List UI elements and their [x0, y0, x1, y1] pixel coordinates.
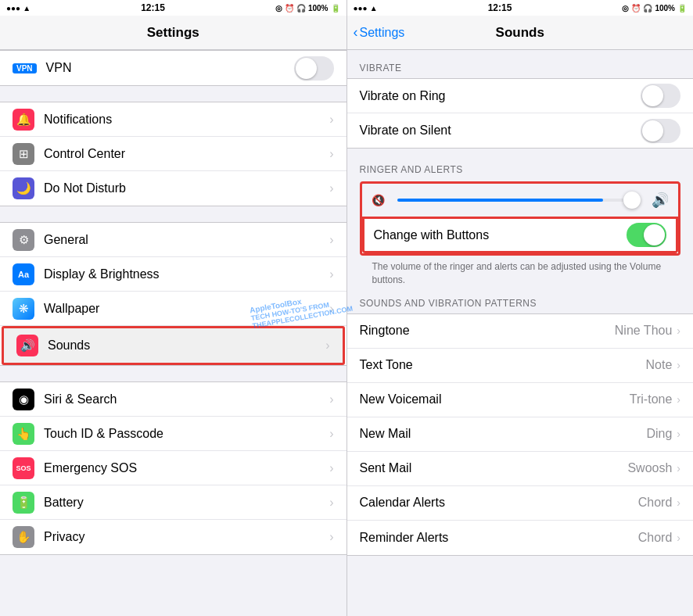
vpn-label: VPN [46, 61, 294, 75]
vibrate-ring-toggle[interactable] [641, 84, 680, 108]
calendar-alerts-chevron: › [677, 496, 680, 509]
right-wifi-icon: ▲ [370, 4, 378, 13]
sidebar-item-general[interactable]: ⚙ General › [0, 223, 346, 257]
left-status-icons: ●●● ▲ [6, 4, 31, 13]
right-panel: ●●● ▲ 12:15 ◎ ⏰ 🎧 100% 🔋 ‹ Settings Soun… [347, 0, 694, 616]
sidebar-item-wallpaper[interactable]: ❋ Wallpaper › [0, 292, 346, 326]
touch-id-icon: 👆 [13, 423, 34, 445]
wallpaper-icon: ❋ [13, 298, 34, 320]
ringtone-row[interactable]: Ringtone Nine Thou › [347, 314, 694, 349]
right-battery-icon: 🔋 [677, 4, 687, 13]
privacy-icon: ✋ [13, 526, 34, 548]
sidebar-item-emergency-sos[interactable]: SOS Emergency SOS › [0, 451, 346, 485]
control-center-chevron: › [329, 147, 333, 161]
siri-chevron: › [329, 392, 333, 406]
wallpaper-chevron: › [329, 302, 333, 316]
right-signal-icon: ●●● [354, 4, 368, 13]
text-tone-chevron: › [677, 359, 680, 371]
battery-chevron: › [329, 496, 333, 510]
display-chevron: › [329, 267, 333, 281]
vibrate-silent-toggle[interactable] [641, 119, 680, 143]
sent-mail-value: Swoosh [627, 461, 672, 475]
volume-slider-thumb[interactable] [623, 192, 641, 209]
battery-icon: 🔋 [331, 4, 340, 13]
new-mail-chevron: › [677, 428, 680, 440]
sidebar-item-touch-id[interactable]: 👆 Touch ID & Passcode › [0, 417, 346, 451]
reminder-alerts-label: Reminder Alerts [360, 531, 638, 545]
change-with-buttons-toggle[interactable] [627, 223, 666, 247]
notifications-chevron: › [329, 113, 333, 127]
back-button[interactable]: ‹ Settings [354, 24, 405, 41]
vpn-row[interactable]: VPN VPN [0, 51, 346, 85]
sidebar-item-privacy[interactable]: ✋ Privacy › [0, 520, 346, 554]
vibrate-ring-label: Vibrate on Ring [360, 89, 641, 103]
touch-id-label: Touch ID & Passcode [44, 427, 325, 441]
vibrate-on-silent-row[interactable]: Vibrate on Silent [347, 113, 694, 148]
settings-section-3: ◉ Siri & Search › 👆 Touch ID & Passcode … [0, 381, 346, 555]
volume-low-icon: 🔇 [372, 194, 385, 206]
new-voicemail-chevron: › [677, 393, 680, 406]
display-label: Display & Brightness [44, 267, 325, 281]
vibrate-silent-label: Vibrate on Silent [360, 124, 641, 138]
ringer-header: RINGER AND ALERTS [360, 164, 681, 175]
alarm-icon: ⏰ [285, 4, 294, 13]
reminder-alerts-row[interactable]: Reminder Alerts Chord › [347, 521, 694, 555]
back-chevron: ‹ [354, 24, 358, 41]
ringer-section: RINGER AND ALERTS 🔇 🔊 Change with Button… [347, 164, 694, 295]
right-status-right-icons: ◎ ⏰ 🎧 100% 🔋 [622, 4, 687, 13]
location-icon: ◎ [275, 4, 282, 13]
right-headphones-icon: 🎧 [643, 4, 652, 13]
emergency-icon: SOS [13, 457, 34, 479]
right-nav-bar: ‹ Settings Sounds [347, 16, 694, 50]
volume-slider-row[interactable]: 🔇 🔊 [360, 181, 681, 219]
left-time: 12:15 [141, 2, 165, 13]
change-with-buttons-row[interactable]: Change with Buttons [362, 219, 679, 253]
calendar-alerts-label: Calendar Alerts [360, 496, 638, 510]
vibrate-on-ring-row[interactable]: Vibrate on Ring [347, 79, 694, 113]
right-scroll-content: VIBRATE Vibrate on Ring Vibrate on Silen… [347, 50, 694, 616]
ringtone-chevron: › [677, 324, 680, 337]
notifications-icon: 🔔 [13, 109, 34, 131]
sidebar-item-siri[interactable]: ◉ Siri & Search › [0, 382, 346, 417]
notifications-label: Notifications [44, 113, 325, 127]
left-nav-title: Settings [147, 25, 199, 41]
sidebar-item-sounds[interactable]: 🔊 Sounds › [4, 328, 343, 363]
back-label: Settings [360, 26, 405, 40]
reminder-alerts-value: Chord [638, 531, 673, 545]
sidebar-item-do-not-disturb[interactable]: 🌙 Do Not Disturb › [0, 171, 346, 206]
sidebar-item-display-brightness[interactable]: Aa Display & Brightness › [0, 257, 346, 292]
battery-percent: 100% [308, 4, 329, 13]
volume-high-icon: 🔊 [652, 192, 669, 209]
emergency-chevron: › [329, 461, 333, 475]
vibrate-section: VIBRATE Vibrate on Ring Vibrate on Silen… [347, 63, 694, 149]
new-voicemail-row[interactable]: New Voicemail Tri-tone › [347, 383, 694, 417]
ringtone-value: Nine Thou [615, 324, 673, 338]
vpn-badge: VPN [13, 63, 37, 73]
display-icon: Aa [13, 263, 34, 285]
sounds-icon: 🔊 [16, 335, 38, 356]
volume-slider-track[interactable] [397, 199, 640, 202]
battery-icon-wrap: 🔋 [13, 492, 34, 514]
left-panel: ●●● ▲ 12:15 ◎ ⏰ 🎧 100% 🔋 Settings VPN VP… [0, 0, 346, 616]
general-chevron: › [329, 233, 333, 247]
sidebar-item-notifications[interactable]: 🔔 Notifications › [0, 102, 346, 137]
ringtone-label: Ringtone [360, 324, 615, 338]
sidebar-item-battery[interactable]: 🔋 Battery › [0, 485, 346, 520]
wifi-icon: ▲ [23, 4, 31, 13]
right-status-icons: ●●● ▲ [354, 4, 378, 13]
general-icon: ⚙ [13, 229, 34, 251]
sent-mail-row[interactable]: Sent Mail Swoosh › [347, 452, 694, 486]
calendar-alerts-row[interactable]: Calendar Alerts Chord › [347, 486, 694, 521]
vibrate-header: VIBRATE [347, 63, 694, 78]
new-mail-row[interactable]: New Mail Ding › [347, 417, 694, 452]
text-tone-row[interactable]: Text Tone Note › [347, 349, 694, 383]
sidebar-item-control-center[interactable]: ⊞ Control Center › [0, 137, 346, 171]
list-group-3: ◉ Siri & Search › 👆 Touch ID & Passcode … [0, 381, 346, 555]
right-battery-percent: 100% [655, 4, 675, 13]
vpn-toggle[interactable] [294, 56, 334, 81]
battery-label: Battery [44, 496, 325, 510]
volume-slider-fill [397, 199, 603, 202]
reminder-alerts-chevron: › [677, 532, 680, 544]
siri-label: Siri & Search [44, 392, 325, 406]
siri-icon: ◉ [13, 389, 34, 410]
